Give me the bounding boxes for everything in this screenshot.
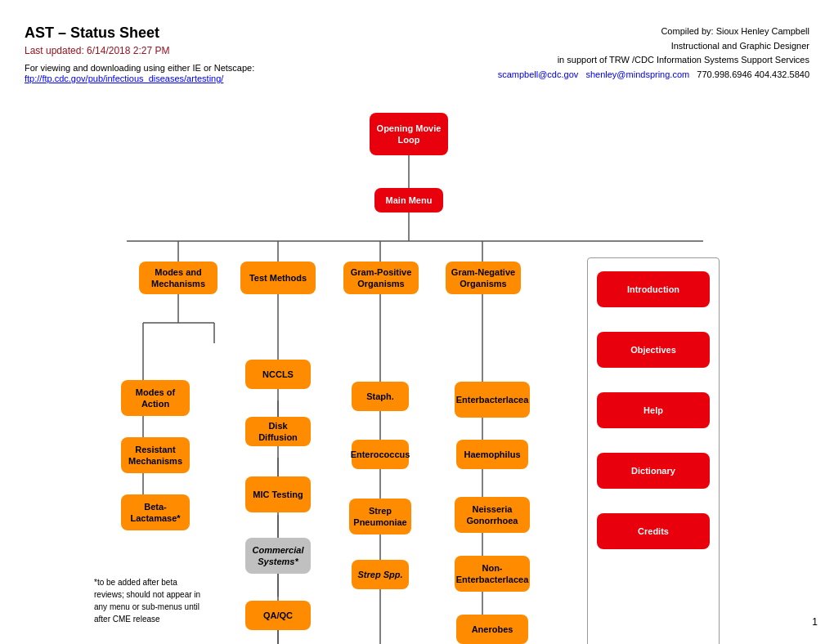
flowchart: Opening Movie Loop Main Menu Modes and M… bbox=[0, 106, 834, 644]
qa-qc-node[interactable]: QA/QC bbox=[245, 601, 311, 630]
opening-movie-node[interactable]: Opening Movie Loop bbox=[370, 113, 448, 155]
modes-action-node[interactable]: Modes of Action bbox=[121, 380, 190, 416]
credits-node[interactable]: Credits bbox=[597, 513, 710, 549]
ftp-link[interactable]: ftp://ftp.cdc.gov/pub/infectious_disease… bbox=[25, 74, 223, 83]
phones: 770.998.6946 404.432.5840 bbox=[697, 69, 809, 79]
objectives-node[interactable]: Objectives bbox=[597, 332, 710, 368]
page-number: 1 bbox=[812, 616, 818, 628]
introduction-node[interactable]: Introduction bbox=[597, 271, 710, 307]
commercial-systems-node[interactable]: Commercial Systems* bbox=[245, 538, 311, 574]
footnote: *to be added after beta reviews; should … bbox=[94, 576, 208, 625]
main-menu-node[interactable]: Main Menu bbox=[374, 188, 443, 212]
dictionary-node[interactable]: Dictionary bbox=[597, 453, 710, 489]
neisseria-node[interactable]: Neisseria Gonorrhoea bbox=[455, 497, 530, 533]
email1-link[interactable]: scampbell@cdc.gov bbox=[498, 69, 579, 79]
disk-diffusion-node[interactable]: Disk Diffusion bbox=[245, 417, 311, 446]
resistant-mechanisms-node[interactable]: Resistant Mechanisms bbox=[121, 437, 190, 473]
header-right: Compiled by: Sioux Henley Campbell Instr… bbox=[498, 25, 809, 82]
gram-positive-node[interactable]: Gram-Positive Organisms bbox=[343, 262, 419, 294]
mic-testing-node[interactable]: MIC Testing bbox=[245, 476, 311, 512]
email2-link[interactable]: shenley@mindspring.com bbox=[585, 69, 689, 79]
nccls-node[interactable]: NCCLS bbox=[245, 360, 311, 389]
ftp-note: For viewing and downloading using either… bbox=[25, 63, 254, 73]
modes-mechanisms-node[interactable]: Modes and Mechanisms bbox=[139, 262, 217, 294]
last-updated: Last updated: 6/14/2018 2:27 PM bbox=[25, 45, 254, 56]
staph-node[interactable]: Staph. bbox=[352, 382, 409, 411]
help-node[interactable]: Help bbox=[597, 392, 710, 428]
anerobes-node[interactable]: Anerobes bbox=[456, 615, 528, 644]
test-methods-node[interactable]: Test Methods bbox=[240, 262, 316, 294]
beta-lactamase-node[interactable]: Beta- Lactamase* bbox=[121, 494, 190, 530]
non-enterbacterlacea-node[interactable]: Non- Enterbacterlacea bbox=[455, 556, 530, 592]
gram-negative-node[interactable]: Gram-Negative Organisms bbox=[446, 262, 521, 294]
enterococcus-node[interactable]: Enterococcus bbox=[352, 440, 409, 469]
page-title: AST – Status Sheet bbox=[25, 25, 254, 42]
enterbacterlacea-node[interactable]: Enterbacterlacea bbox=[455, 382, 530, 418]
haemophilus-node[interactable]: Haemophilus bbox=[456, 440, 528, 469]
strep-pneumoniae-node[interactable]: Strep Pneumoniae bbox=[349, 499, 411, 534]
strep-spp-node[interactable]: Strep Spp. bbox=[352, 560, 409, 589]
